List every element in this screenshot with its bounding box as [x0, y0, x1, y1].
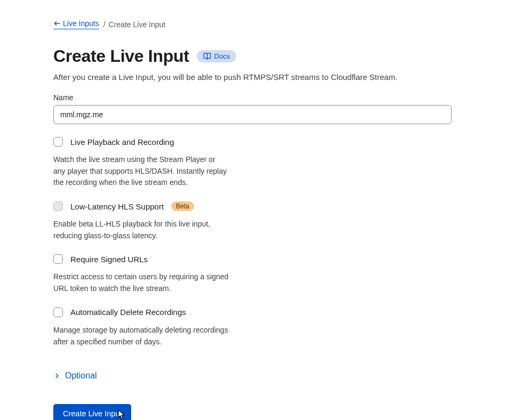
page-subtitle: After you create a Live Input, you will …: [53, 72, 452, 82]
create-live-input-button[interactable]: Create Live Input: [53, 404, 131, 420]
signed-urls-checkbox[interactable]: [53, 254, 63, 264]
optional-toggle[interactable]: Optional: [53, 371, 452, 381]
ll-hls-label: Low-Latency HLS Support: [70, 202, 164, 211]
docs-label: Docs: [214, 52, 230, 60]
page-title: Create Live Input: [53, 46, 189, 66]
live-playback-checkbox[interactable]: [53, 137, 63, 147]
auto-delete-label: Automatically Delete Recordings: [70, 308, 186, 317]
auto-delete-desc: Manage storage by automatically deleting…: [53, 325, 229, 348]
breadcrumb-parent-link[interactable]: Live Inputs: [53, 19, 99, 29]
signed-urls-label: Require Signed URLs: [70, 255, 148, 264]
optional-label: Optional: [65, 371, 97, 381]
ll-hls-checkbox: [53, 201, 63, 211]
chevron-right-icon: [53, 372, 61, 379]
auto-delete-checkbox[interactable]: [53, 308, 63, 317]
name-input[interactable]: [53, 105, 452, 124]
breadcrumb-separator: /: [103, 20, 106, 29]
breadcrumb: Live Inputs / Create Live Input: [53, 19, 452, 29]
book-icon: [203, 52, 211, 60]
live-playback-desc: Watch the live stream using the Stream P…: [53, 154, 229, 189]
name-label: Name: [53, 93, 452, 102]
beta-badge: Beta: [171, 201, 194, 211]
ll-hls-desc: Enable beta LL-HLS playback for this liv…: [53, 219, 229, 241]
breadcrumb-current: Create Live Input: [109, 20, 166, 29]
docs-button[interactable]: Docs: [197, 50, 237, 62]
breadcrumb-parent-label: Live Inputs: [63, 19, 99, 28]
live-playback-label: Live Playback and Recording: [70, 138, 174, 147]
signed-urls-desc: Restrict access to certain users by requ…: [53, 271, 229, 294]
arrow-left-icon: [53, 20, 61, 27]
